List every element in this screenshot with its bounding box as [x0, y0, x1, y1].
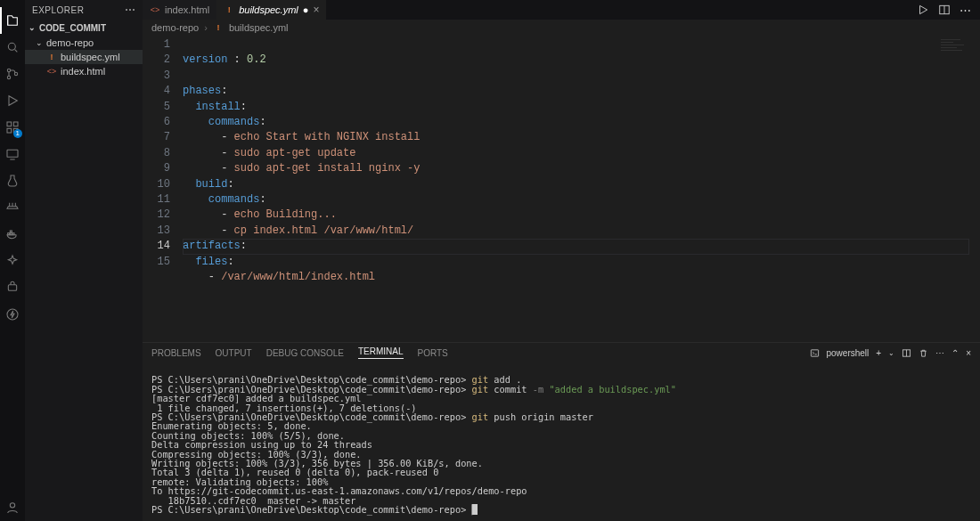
panel-tab-output[interactable]: OUTPUT [216, 348, 252, 358]
run-icon[interactable] [917, 4, 929, 17]
new-terminal-icon[interactable]: + [876, 348, 881, 358]
svg-rect-8 [7, 150, 18, 157]
terminal-output[interactable]: PS C:\Users\prani\OneDrive\Desktop\code_… [143, 362, 980, 521]
aws-icon[interactable] [0, 274, 25, 301]
yaml-file-icon: ! [213, 22, 224, 33]
svg-point-3 [14, 72, 17, 75]
split-editor-icon[interactable] [938, 4, 951, 17]
yaml-file-icon: ! [224, 4, 234, 15]
panel-tab-problems[interactable]: PROBLEMS [151, 348, 201, 358]
svg-rect-4 [7, 122, 12, 126]
folder-item[interactable]: ⌄ demo-repo [25, 36, 143, 50]
code-editor[interactable]: 123456789101112131415 version : 0.2 phas… [143, 36, 980, 342]
svg-rect-5 [13, 122, 18, 126]
docker-icon[interactable] [0, 221, 25, 248]
explorer-icon[interactable] [0, 7, 25, 34]
svg-rect-20 [941, 47, 957, 48]
chevron-down-icon: ⌄ [36, 38, 43, 47]
svg-rect-12 [10, 231, 12, 232]
terminal-shell-icon[interactable] [810, 348, 820, 358]
tab-index-html[interactable]: <> index.html [143, 0, 216, 20]
extensions-icon[interactable]: 1 [0, 114, 25, 141]
section-label: CODE_COMMIT [39, 23, 106, 33]
sidebar-title: EXPLORER [32, 5, 84, 15]
breadcrumb-segment[interactable]: demo-repo [151, 22, 199, 33]
svg-rect-13 [8, 285, 16, 291]
run-debug-icon[interactable] [0, 87, 25, 114]
svg-point-1 [7, 69, 10, 71]
sidebar-more-icon[interactable]: ⋯ [125, 4, 135, 16]
breadcrumb[interactable]: demo-repo › ! buildspec.yml [143, 20, 980, 36]
svg-rect-17 [941, 39, 960, 40]
panel-tab-ports[interactable]: PORTS [418, 348, 448, 358]
line-numbers: 123456789101112131415 [143, 36, 183, 342]
bottom-panel: PROBLEMS OUTPUT DEBUG CONSOLE TERMINAL P… [143, 342, 980, 521]
more-icon[interactable]: ⋯ [960, 4, 971, 17]
tab-label: buildspec.yml [239, 4, 298, 15]
tab-label: index.html [165, 4, 209, 15]
folder-name: demo-repo [46, 37, 94, 48]
svg-point-15 [10, 503, 14, 508]
html-file-icon: <> [150, 4, 160, 15]
svg-rect-19 [941, 45, 964, 45]
terminal-cursor: ▏ [472, 504, 478, 515]
terminal-dropdown-icon[interactable]: ⌄ [888, 349, 894, 357]
close-panel-icon[interactable]: × [966, 348, 971, 358]
more-icon[interactable]: ⋯ [935, 348, 944, 358]
accounts-icon[interactable] [0, 494, 25, 521]
svg-rect-21 [941, 50, 962, 51]
search-icon[interactable] [0, 34, 25, 61]
split-terminal-icon[interactable] [902, 348, 911, 358]
tab-buildspec-yml[interactable]: ! buildspec.yml ● × [216, 0, 326, 20]
file-name: index.html [61, 66, 105, 77]
svg-rect-22 [811, 349, 818, 355]
svg-rect-18 [941, 42, 953, 43]
tab-bar: <> index.html ! buildspec.yml ● × ⋯ [143, 0, 980, 20]
maximize-panel-icon[interactable]: ⌃ [951, 348, 959, 358]
svg-rect-6 [7, 128, 12, 133]
containers-icon[interactable] [0, 194, 25, 221]
file-item-index[interactable]: <> index.html [25, 64, 143, 78]
svg-point-14 [7, 309, 18, 320]
dirty-dot-icon: ● [303, 4, 309, 15]
code-content[interactable]: version : 0.2 phases: install: commands:… [183, 36, 980, 342]
thunder-icon[interactable] [0, 301, 25, 328]
file-name: buildspec.yml [61, 52, 120, 62]
breadcrumb-segment[interactable]: buildspec.yml [229, 22, 289, 33]
chevron-right-icon: › [204, 22, 208, 33]
chevron-down-icon: ⌄ [29, 23, 36, 32]
workspace-section[interactable]: ⌄ CODE_COMMIT [25, 20, 143, 36]
testing-icon[interactable] [0, 167, 25, 194]
html-file-icon: <> [46, 66, 57, 77]
close-tab-icon[interactable]: × [313, 4, 319, 16]
minimap-icon [941, 37, 971, 59]
kill-terminal-icon[interactable] [919, 348, 928, 358]
main-area: <> index.html ! buildspec.yml ● × ⋯ demo… [143, 0, 980, 521]
source-control-icon[interactable] [0, 61, 25, 87]
explorer-sidebar: EXPLORER ⋯ ⌄ CODE_COMMIT ⌄ demo-repo ! b… [25, 0, 143, 521]
file-item-buildspec[interactable]: ! buildspec.yml [25, 50, 143, 64]
extensions-badge: 1 [13, 129, 22, 138]
svg-point-2 [7, 76, 10, 78]
activity-bar: 1 [0, 0, 25, 521]
yaml-file-icon: ! [46, 52, 57, 62]
remote-icon[interactable] [0, 141, 25, 167]
panel-tab-terminal[interactable]: TERMINAL [358, 346, 404, 359]
svg-point-0 [8, 43, 15, 50]
panel-tab-debug[interactable]: DEBUG CONSOLE [266, 348, 344, 358]
sparkle-icon[interactable] [0, 248, 25, 274]
terminal-shell-label[interactable]: powershell [827, 348, 870, 358]
